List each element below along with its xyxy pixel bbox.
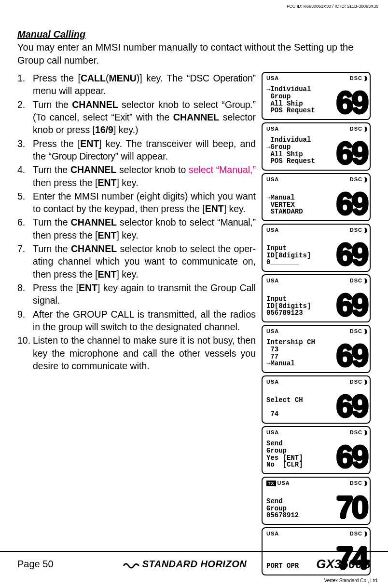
- lcd-header: USA DSC ⦆⦆⦆: [263, 123, 370, 132]
- lcd-channel-number: 69: [336, 344, 370, 369]
- step-3: Press the [ENT] key. The transceiver wil…: [17, 137, 256, 163]
- signal-icon: ⦆⦆⦆: [364, 378, 366, 385]
- t: selector knob to: [116, 164, 189, 175]
- lcd-header: USA DSC ⦆⦆⦆: [263, 174, 370, 183]
- t: Press the [: [33, 282, 79, 293]
- t: selector knob to select “: [118, 99, 225, 110]
- key-ent: ENT: [79, 282, 97, 293]
- key-ent: ENT: [97, 269, 116, 280]
- lcd-dsc-label: DSC: [350, 75, 362, 81]
- signal-icon: ⦆⦆⦆: [364, 328, 366, 334]
- lcd-text: Input ID[8digits] 0_______: [263, 245, 336, 268]
- lcd-channel-number: 69: [336, 192, 370, 217]
- lcd-usa-label: USA: [266, 278, 279, 283]
- lcd-header: USA DSC ⦆⦆⦆: [263, 326, 370, 334]
- lcd-screen-3: USA DSC ⦆⦆⦆ →Manual VERTEX STANDARD 69: [262, 173, 371, 221]
- key-ent: ENT: [205, 203, 224, 214]
- t: ] key.: [116, 177, 138, 188]
- t: ” will appear.: [115, 151, 168, 161]
- lcd-channel-number: 69: [336, 242, 370, 268]
- lcd-dsc-label: DSC: [350, 480, 362, 486]
- lcd-dsc-label: DSC: [350, 429, 362, 435]
- lcd-usa-label: USA: [266, 379, 279, 385]
- step-4: Turn the CHANNEL selector knob to select…: [17, 163, 256, 189]
- signal-icon: ⦆⦆⦆: [364, 429, 366, 436]
- highlight-select-manual: select “Manual,”: [189, 164, 256, 175]
- lcd-screen-4: USA DSC ⦆⦆⦆ Input ID[8digits] 0_______ 6…: [262, 224, 371, 272]
- manual-page: FCC ID: K6630063X30 / IC ID: 511B-30063X…: [0, 0, 388, 588]
- opt-exit: Exit: [114, 112, 129, 122]
- key-ent: ENT: [80, 138, 99, 149]
- lcd-column: USA DSC ⦆⦆⦆ →Individual Group All Ship P…: [262, 72, 371, 578]
- step-7: Turn the CHANNEL selector knob to select…: [17, 242, 256, 281]
- lcd-usa-label: USA: [266, 75, 279, 81]
- knob-channel: CHANNEL: [71, 243, 117, 254]
- lcd-header: TXUSA DSC ⦆⦆⦆: [263, 478, 370, 486]
- lcd-text: Send Group Yes [ENT] No [CLR]: [263, 440, 336, 470]
- t: then press the [: [33, 177, 97, 188]
- page-footer: Page 50 STANDARD HORIZON GX3500S: [0, 551, 388, 572]
- signal-icon: ⦆⦆⦆: [364, 75, 366, 81]
- lcd-usa-label: USA: [266, 227, 279, 233]
- lcd-dsc-label: DSC: [350, 227, 362, 233]
- step-5: Enter the MMSI number (eight digits) whi…: [17, 190, 256, 215]
- lcd-header: USA DSC ⦆⦆⦆: [263, 275, 370, 284]
- step-8: Press the [ENT] key again to transmit th…: [17, 281, 256, 307]
- t: After the GROUP CALL is transmitted, all…: [33, 309, 256, 332]
- lcd-channel-number: 69: [336, 394, 370, 420]
- fcc-id-label: FCC ID: K6630063X30 / IC ID: 511B-30063X…: [287, 4, 378, 9]
- lcd-screen-8: USA DSC ⦆⦆⦆ Send Group Yes [ENT] No [CLR…: [262, 426, 371, 474]
- lcd-text: Select CH 74: [263, 397, 336, 420]
- lcd-channel-number: 69: [336, 293, 370, 319]
- section-title: Manual Calling: [17, 29, 371, 40]
- signal-icon: ⦆⦆⦆: [364, 530, 366, 537]
- t: Turn the: [33, 99, 72, 110]
- brand-name: STANDARD HORIZON: [142, 559, 247, 570]
- page-number: Page 50: [17, 559, 54, 570]
- lcd-channel-number: 69: [336, 141, 370, 167]
- lcd-header: USA DSC ⦆⦆⦆: [263, 376, 370, 385]
- menu-group-directory: Group Directory: [52, 151, 115, 161]
- knob-channel: CHANNEL: [72, 99, 118, 110]
- lcd-dsc-label: DSC: [350, 328, 362, 334]
- t: Press the [: [33, 73, 81, 83]
- t: Turn the: [33, 217, 71, 227]
- key-call: CALL: [81, 73, 106, 83]
- lcd-text: Send Group 05678912: [263, 498, 336, 521]
- lcd-screen-6: USA DSC ⦆⦆⦆ Intership CH 73 77 →Manual 6…: [262, 325, 371, 373]
- tx-indicator: TX: [266, 481, 276, 486]
- lcd-dsc-label: DSC: [350, 379, 362, 385]
- brand-logo: STANDARD HORIZON: [123, 559, 247, 570]
- lcd-usa-label: USA: [266, 328, 279, 334]
- t: Turn the: [33, 164, 70, 175]
- lcd-header: USA DSC ⦆⦆⦆: [263, 225, 370, 233]
- opt-group: Group: [225, 99, 250, 110]
- menu-dsc-operation: DSC Operation: [190, 73, 253, 83]
- t: Turn the: [33, 243, 71, 254]
- lcd-usa-label: USA: [266, 531, 279, 536]
- key-menu: MENU: [109, 73, 136, 83]
- knob-channel: CHANNEL: [71, 217, 117, 227]
- intro-paragraph: You may enter an MMSI number manually to…: [17, 41, 371, 67]
- lcd-channel-number: 70: [336, 495, 370, 521]
- signal-icon: ⦆⦆⦆: [364, 227, 366, 233]
- t: ” with the: [129, 112, 173, 122]
- knob-channel: CHANNEL: [173, 112, 219, 122]
- lcd-text: →Individual Group All Ship POS Request: [263, 86, 336, 116]
- steps-list: Press the [CALL(MENU)] key. The “DSC Ope…: [17, 72, 256, 372]
- t: Press the [: [33, 138, 80, 149]
- lcd-screen-2: USA DSC ⦆⦆⦆ Individual →Group All Ship P…: [262, 122, 371, 171]
- copyright-label: Vertex Standard Co., Ltd.: [324, 578, 378, 583]
- lcd-channel-number: 69: [336, 91, 370, 116]
- lcd-usa-label: USA: [266, 176, 279, 182]
- lcd-screen-9: TXUSA DSC ⦆⦆⦆ Send Group 05678912 70: [262, 477, 371, 525]
- steps-column: Press the [CALL(MENU)] key. The “DSC Ope…: [17, 72, 262, 578]
- lcd-channel-number: 69: [336, 445, 370, 470]
- lcd-dsc-label: DSC: [350, 278, 362, 283]
- lcd-text: Intership CH 73 77 →Manual: [263, 339, 336, 369]
- signal-icon: ⦆⦆⦆: [364, 176, 366, 183]
- step-2: Turn the CHANNEL selector knob to select…: [17, 98, 256, 136]
- signal-icon: ⦆⦆⦆: [364, 277, 366, 284]
- t: Listen to the channel to make sure it is…: [33, 335, 256, 371]
- t: ] key.): [113, 124, 139, 135]
